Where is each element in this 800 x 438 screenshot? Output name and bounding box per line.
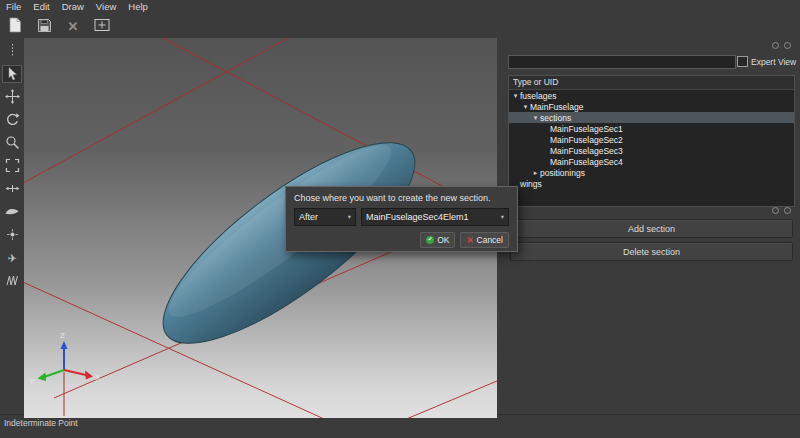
aircraft-icon: ✈ <box>7 253 16 264</box>
rotate-view-button[interactable] <box>3 112 21 128</box>
right-panel: Expert View Type or UID ▾ fuselages ▾ Ma… <box>503 38 800 418</box>
section-tool-button[interactable] <box>3 181 21 197</box>
dock-close-button[interactable] <box>784 42 791 49</box>
tree-item-label: MainFuselage <box>530 102 583 112</box>
tree-item-label: MainFuselageSec1 <box>550 124 623 134</box>
menu-view[interactable]: View <box>90 0 122 14</box>
delete-section-button[interactable]: Delete section <box>510 242 793 261</box>
zoom-button[interactable] <box>3 135 21 151</box>
cancel-button-label: Cancel <box>477 235 503 245</box>
ok-icon: ✔ <box>426 236 434 244</box>
dock-titlebar-bottom <box>772 207 791 214</box>
fit-all-icon <box>5 158 20 175</box>
status-text: Indeterminate Point <box>4 418 78 428</box>
tree-header: Type or UID <box>509 76 794 90</box>
close-icon: ✕ <box>68 20 79 33</box>
add-section-button[interactable]: Add section <box>510 219 793 238</box>
chevron-down-icon: ▾ <box>344 213 351 221</box>
position-combobox-value: After <box>299 212 318 222</box>
tree-item-mainfuselage[interactable]: ▾ MainFuselage <box>509 101 794 112</box>
view-toolbar: ✈ <box>0 38 24 418</box>
tree-item-label: MainFuselageSec2 <box>550 135 623 145</box>
position-combobox[interactable]: After ▾ <box>294 208 356 226</box>
fit-view-icon <box>94 18 110 34</box>
menubar: File Edit Draw View Help <box>0 0 800 14</box>
uid-tree: Type or UID ▾ fuselages ▾ MainFuselage ▾… <box>508 75 795 207</box>
expert-view-checkbox[interactable] <box>737 56 748 67</box>
tree-item-positionings[interactable]: ▸ positionings <box>509 167 794 178</box>
tree-item-mainfuselagesec4[interactable]: MainFuselageSec4 <box>509 156 794 167</box>
dock-float-button[interactable] <box>772 207 779 214</box>
tree-item-label: sections <box>540 113 571 123</box>
expand-arrow-icon[interactable]: ▾ <box>531 114 540 121</box>
x-axis-label: X <box>95 373 101 382</box>
menu-draw[interactable]: Draw <box>56 0 90 14</box>
element-combobox[interactable]: MainFuselageSec4Elem1 ▾ <box>361 208 509 226</box>
tree-item-mainfuselagesec3[interactable]: MainFuselageSec3 <box>509 145 794 156</box>
dialog-buttons: ✔ OK ✕ Cancel <box>286 226 517 248</box>
expand-arrow-icon[interactable]: ▾ <box>511 92 520 99</box>
cursor-arrow-icon <box>5 66 20 83</box>
measure-button[interactable] <box>3 43 21 59</box>
dock-float-button[interactable] <box>772 42 779 49</box>
magnifier-icon <box>5 135 20 152</box>
rotate-icon <box>5 112 20 129</box>
expert-view-toggle: Expert View <box>737 54 796 69</box>
uid-filter-input[interactable] <box>508 55 736 69</box>
tree-item-label: positionings <box>540 168 585 178</box>
point-icon <box>5 227 20 244</box>
cancel-icon: ✕ <box>466 236 473 245</box>
pan-icon <box>5 89 20 106</box>
chevron-down-icon: ▾ <box>497 213 504 221</box>
y-axis-label: Y <box>29 377 35 386</box>
pan-button[interactable] <box>3 89 21 105</box>
expand-arrow-icon[interactable]: ▾ <box>521 103 530 110</box>
tree-item-label: MainFuselageSec4 <box>550 157 623 167</box>
tree-item-wings[interactable]: wings <box>509 178 794 189</box>
expand-arrow-icon[interactable]: ▸ <box>531 169 540 176</box>
dialog-combo-row: After ▾ MainFuselageSec4Elem1 ▾ <box>286 208 517 226</box>
tree-item-label: MainFuselageSec3 <box>550 146 623 156</box>
ok-button-label: OK <box>437 235 449 245</box>
dialog-message: Chose where you want to create the new s… <box>286 187 517 208</box>
element-combobox-value: MainFuselageSec4Elem1 <box>366 212 469 222</box>
menu-edit[interactable]: Edit <box>27 0 55 14</box>
tree-item-label: fuselages <box>520 91 556 101</box>
save-button[interactable] <box>33 15 55 37</box>
dock-titlebar-top <box>772 42 791 49</box>
airfoil-tool-button[interactable] <box>3 204 21 220</box>
ok-button[interactable]: ✔ OK <box>420 232 455 248</box>
menu-file[interactable]: File <box>0 0 27 14</box>
spring-tool-button[interactable] <box>3 273 21 289</box>
save-icon <box>37 18 52 35</box>
airfoil-icon <box>4 204 20 221</box>
spring-icon <box>5 273 20 290</box>
main-toolbar: ✕ <box>0 14 800 38</box>
new-file-icon <box>8 17 22 35</box>
fit-view-button[interactable] <box>91 15 113 37</box>
tree-item-label: wings <box>520 179 542 189</box>
menu-help[interactable]: Help <box>122 0 154 14</box>
new-section-dialog: Chose where you want to create the new s… <box>285 186 518 252</box>
aircraft-tool-button[interactable]: ✈ <box>3 250 21 266</box>
dock-close-button[interactable] <box>784 207 791 214</box>
select-tool-button[interactable] <box>3 66 21 82</box>
tree-item-mainfuselagesec1[interactable]: MainFuselageSec1 <box>509 123 794 134</box>
expert-view-label: Expert View <box>751 57 796 67</box>
z-axis-label: Z <box>60 331 65 340</box>
cancel-button[interactable]: ✕ Cancel <box>460 232 509 248</box>
new-file-button[interactable] <box>4 15 26 37</box>
double-arrow-icon <box>5 181 20 198</box>
close-document-button[interactable]: ✕ <box>62 15 84 37</box>
point-tool-button[interactable] <box>3 227 21 243</box>
tree-item-mainfuselagesec2[interactable]: MainFuselageSec2 <box>509 134 794 145</box>
fit-all-button[interactable] <box>3 158 21 174</box>
measure-icon <box>5 43 20 60</box>
tree-item-sections[interactable]: ▾ sections <box>509 112 794 123</box>
app-window: File Edit Draw View Help <box>0 0 800 438</box>
tree-item-fuselages[interactable]: ▾ fuselages <box>509 90 794 101</box>
